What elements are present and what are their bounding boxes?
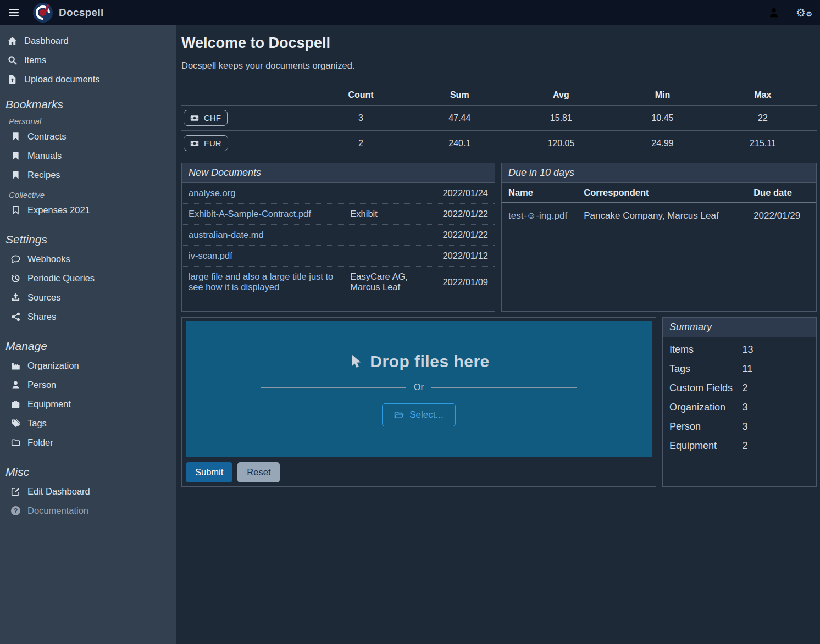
reset-button[interactable]: Reset	[237, 462, 280, 482]
folder-open-icon	[394, 410, 404, 419]
stats-col-max: Max	[709, 85, 817, 106]
sidebar-item-organization[interactable]: Organization	[0, 356, 176, 375]
new-documents-panel: New Documents analyse.org 2022/01/24 Exh…	[181, 163, 495, 312]
page-title: Welcome to Docspell	[181, 35, 817, 52]
equipment-icon	[11, 399, 20, 409]
due-table: Name Correspondent Due date test-☺-ing.p…	[502, 183, 816, 229]
bookmark-manuals[interactable]: Manuals	[0, 146, 176, 165]
bookmark-label: Recipes	[27, 170, 60, 180]
sidebar-item-label: Tags	[27, 418, 47, 429]
summary-value: 2	[743, 440, 748, 452]
main-content: Welcome to Docspell Docspell keeps your …	[176, 25, 820, 644]
summary-title: Summary	[663, 318, 816, 337]
currency-chip-chf: CHF	[184, 110, 228, 126]
sidebar-item-dashboard[interactable]: Dasbhoard	[0, 31, 176, 51]
document-link[interactable]: analyse.org	[189, 188, 350, 198]
summary-value: 3	[743, 402, 748, 413]
due-col-date: Due date	[747, 183, 816, 203]
select-label: Select...	[409, 409, 443, 420]
bookmark-recipes[interactable]: Recipes	[0, 165, 176, 185]
topbar: Docspell ⚙⚙	[0, 0, 820, 25]
cogs-icon[interactable]: ⚙⚙	[796, 6, 811, 19]
bookmark-outline-icon	[11, 206, 20, 215]
summary-value: 2	[743, 382, 748, 394]
bookmarks-collective-title: Collective	[0, 190, 176, 199]
file-upload-icon	[8, 75, 17, 84]
bookmark-contracts[interactable]: Contracts	[0, 127, 176, 146]
money-bill-icon	[190, 139, 199, 148]
summary-label: Person	[669, 421, 743, 432]
sidebar-item-tags[interactable]: Tags	[0, 414, 176, 433]
document-date: 2022/01/12	[428, 251, 488, 261]
stat-value: 24.99	[616, 131, 709, 156]
document-row: large file and also a large title just t…	[182, 266, 495, 297]
sidebar-item-folder[interactable]: Folder	[0, 433, 176, 452]
sidebar-item-items[interactable]: Items	[0, 51, 176, 70]
document-link[interactable]: test-☺-ing.pdf	[502, 203, 577, 229]
bookmark-icon	[11, 151, 20, 160]
misc-section-title: Misc	[0, 465, 176, 479]
bookmark-icon	[11, 132, 20, 141]
manage-section-title: Manage	[0, 340, 176, 353]
document-date: 2022/01/22	[428, 209, 488, 219]
user-icon[interactable]	[768, 7, 779, 18]
sidebar-item-documentation[interactable]: ? Documentation	[0, 501, 176, 520]
topbar-actions: ⚙⚙	[768, 6, 820, 19]
summary-value: 3	[743, 421, 748, 432]
document-link[interactable]: australian-date.md	[189, 230, 350, 240]
sidebar-item-webhooks[interactable]: Webhooks	[0, 249, 176, 269]
sidebar-item-person[interactable]: Person	[0, 375, 176, 395]
document-link[interactable]: large file and also a large title just t…	[189, 271, 350, 292]
document-link[interactable]: iv-scan.pdf	[189, 251, 350, 261]
sidebar-item-upload-documents[interactable]: Upload documents	[0, 70, 176, 89]
new-documents-title: New Documents	[182, 163, 495, 183]
stats-table: Count Sum Avg Min Max CHF 3 47.44 15.81 …	[181, 85, 817, 156]
document-link[interactable]: Exhibit-A-Sample-Contract.pdf	[189, 209, 350, 219]
sidebar-item-sources[interactable]: Sources	[0, 288, 176, 307]
stat-value: 120.05	[506, 131, 616, 156]
summary-row: Custom Fields 2	[663, 379, 816, 398]
summary-label: Organization	[669, 402, 743, 413]
upload-icon	[11, 293, 20, 302]
money-bill-icon	[190, 114, 199, 123]
sidebar-item-label: Periodic Queries	[27, 273, 95, 284]
bookmarks-section-title: Bookmarks	[0, 98, 176, 111]
menu-icon[interactable]	[8, 8, 19, 17]
sidebar-item-label: Dasbhoard	[24, 36, 69, 46]
stat-value: 240.1	[413, 131, 506, 156]
due-row: test-☺-ing.pdf Pancake Company, Marcus L…	[502, 203, 816, 229]
select-files-button[interactable]: Select...	[382, 403, 455, 426]
stats-col-empty	[181, 85, 308, 106]
bookmark-icon	[11, 170, 20, 180]
stats-row-chf: CHF 3 47.44 15.81 10.45 22	[181, 106, 817, 131]
bookmark-label: Expenses 2021	[27, 205, 90, 215]
bookmarks-personal-title: Personal	[0, 116, 176, 126]
sidebar-item-equipment[interactable]: Equipment	[0, 395, 176, 414]
file-dropzone[interactable]: Drop files here Or Select...	[186, 321, 652, 457]
stat-value: 22	[709, 106, 817, 131]
stats-col-sum: Sum	[413, 85, 506, 106]
sidebar-item-label: Edit Dashboard	[27, 486, 90, 497]
summary-value: 13	[743, 344, 753, 356]
mouse-pointer-icon	[348, 354, 362, 369]
comment-icon	[11, 254, 20, 264]
folder-icon	[11, 438, 20, 447]
upload-panel: Drop files here Or Select... Submit Rese…	[181, 317, 656, 487]
document-correspondent: Pancake Company, Marcus Leaf	[577, 203, 747, 229]
due-panel-title: Due in 10 days	[502, 163, 816, 183]
summary-row: Items 13	[663, 340, 816, 359]
bookmark-expenses-2021[interactable]: Expenses 2021	[0, 201, 176, 220]
brand-home-link[interactable]: Docspell	[33, 3, 104, 23]
document-date: 2022/01/29	[747, 203, 816, 229]
industry-icon	[11, 361, 20, 370]
document-correspondent: Exhibit	[350, 209, 428, 219]
sidebar-item-shares[interactable]: Shares	[0, 307, 176, 326]
sidebar-item-edit-dashboard[interactable]: Edit Dashboard	[0, 482, 176, 501]
sidebar-item-periodic-queries[interactable]: Periodic Queries	[0, 269, 176, 288]
summary-row: Equipment 2	[663, 436, 816, 456]
summary-label: Custom Fields	[669, 382, 743, 394]
stats-col-count: Count	[308, 85, 413, 106]
summary-row: Person 3	[663, 417, 816, 436]
sidebar-item-label: Items	[24, 55, 46, 65]
submit-button[interactable]: Submit	[186, 462, 232, 482]
